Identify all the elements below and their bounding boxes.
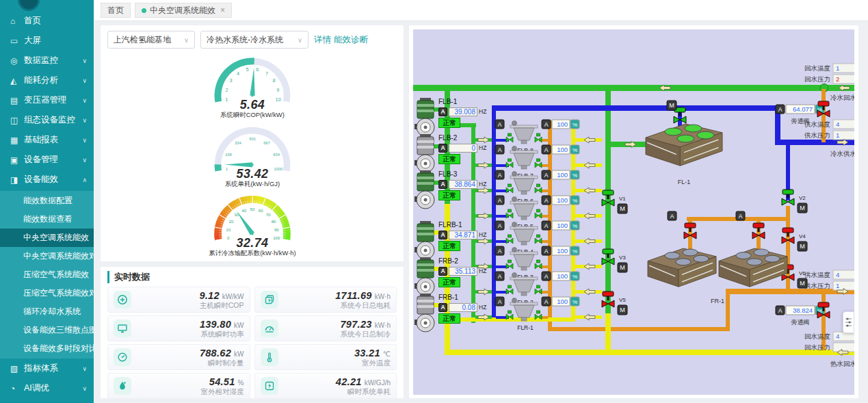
svg-text:64.077: 64.077 bbox=[793, 105, 813, 113]
svg-text:1: 1 bbox=[225, 167, 227, 171]
sidebar-item-device-efficiency[interactable]: ◨ 设备能效 ∧ bbox=[0, 170, 94, 190]
analog-badge: A bbox=[438, 144, 447, 153]
tab-central-ac-efficiency[interactable]: 中央空调系统能效 × bbox=[135, 3, 232, 18]
svg-text:%: % bbox=[573, 172, 577, 179]
sidebar-item-home[interactable]: ⌂ 首页 bbox=[0, 11, 94, 31]
svg-text:100: 100 bbox=[557, 120, 568, 128]
svg-text:A: A bbox=[498, 197, 502, 204]
metric-tile-cop: 9.12kW/kW主机瞬时COP bbox=[107, 287, 250, 313]
pump-icon bbox=[415, 257, 436, 297]
chevron-down-icon: ∨ bbox=[184, 36, 189, 44]
svg-text:冷水回水: 冷水回水 bbox=[830, 94, 854, 101]
svg-text:%: % bbox=[573, 122, 577, 128]
status-badge: 正常 bbox=[438, 313, 460, 324]
svg-text:V4: V4 bbox=[799, 233, 806, 239]
pump[interactable]: FRB-2 A35.113HZ 正常 bbox=[415, 257, 495, 297]
pump[interactable]: FLRB-1 A34.871HZ 正常 bbox=[415, 221, 495, 261]
chevron-down-icon: ∨ bbox=[82, 117, 87, 124]
svg-text:7: 7 bbox=[265, 70, 267, 77]
pump-icon bbox=[415, 294, 436, 333]
sidebar-item-eff-data-config[interactable]: 能效数据配置 bbox=[0, 192, 94, 210]
sidebar-item-central-ac-benchmark[interactable]: 中央空调系统能效对标 bbox=[0, 247, 94, 265]
svg-text:8: 8 bbox=[272, 77, 275, 83]
sidebar-item-air-compressor-benchmark[interactable]: 压缩空气系统能效对标 bbox=[0, 284, 94, 302]
sidebar-item-3d-scatter[interactable]: 设备能效三维散点图 bbox=[0, 321, 94, 339]
tab-home[interactable]: 首页 bbox=[101, 3, 131, 18]
sidebar-item-multi-period[interactable]: 设备能效多时段对比 bbox=[0, 339, 94, 358]
svg-text:供水压力: 供水压力 bbox=[804, 282, 830, 289]
metric-tile-cooling-capacity: 788.62kW瞬时制冷量 bbox=[107, 344, 250, 370]
svg-text:70: 70 bbox=[265, 212, 270, 217]
site-select[interactable]: 上汽检氢能基地 ∨ bbox=[107, 31, 195, 49]
svg-text:5: 5 bbox=[246, 66, 248, 73]
pump[interactable]: FLB-1 A39.008HZ 正常 bbox=[415, 98, 495, 138]
sidebar-item-energy-analysis[interactable]: ◭ 能耗分析 ∨ bbox=[0, 70, 94, 90]
sidebar-item-central-ac-efficiency[interactable]: 中央空调系统能效 bbox=[0, 229, 94, 247]
realtime-title: 实时数据 bbox=[107, 271, 397, 283]
sidebar-item-cooling-water[interactable]: 循环冷却水系统 bbox=[0, 302, 94, 321]
svg-text:334: 334 bbox=[235, 141, 242, 145]
metric-tile-humidity: 54.51%室外相对湿度 bbox=[107, 373, 250, 399]
svg-text:100: 100 bbox=[557, 298, 568, 305]
diagram-tools-button[interactable] bbox=[843, 311, 854, 333]
close-icon[interactable]: × bbox=[220, 5, 225, 15]
metric-tile-outdoor-temp: 33.21℃室外温度 bbox=[254, 344, 397, 370]
svg-text:供水温度: 供水温度 bbox=[804, 120, 830, 128]
svg-text:A: A bbox=[544, 172, 549, 179]
gauges-card: 上汽检氢能基地 ∨ 冷热水系统-冷水系统 ∨ 详情 能效诊断 123456789… bbox=[101, 25, 404, 261]
system-select[interactable]: 冷热水系统-冷水系统 ∨ bbox=[200, 31, 308, 49]
sidebar-item-ai-tuning[interactable]: ◔ AI调优 ∨ bbox=[0, 378, 94, 398]
svg-text:M: M bbox=[669, 102, 674, 109]
svg-text:%: % bbox=[573, 198, 577, 204]
svg-text:1: 1 bbox=[836, 64, 839, 72]
analysis-icon: ◭ bbox=[10, 76, 24, 86]
svg-text:%: % bbox=[573, 299, 577, 305]
svg-text:32.74: 32.74 bbox=[236, 236, 268, 250]
sidebar-item-indicator-system[interactable]: ▧ 指标体系 ∨ bbox=[0, 359, 94, 378]
svg-text:100: 100 bbox=[557, 146, 568, 153]
pump[interactable]: FLB-3 A38.864HZ 正常 bbox=[415, 170, 495, 210]
unit-consumption-gauge-chart: 1168334501667834100053.42系统单耗(kW·h/GJ) bbox=[185, 119, 319, 188]
svg-text:累计冷冻输配系数(kW·h/kW·h): 累计冷冻输配系数(kW·h/kW·h) bbox=[209, 250, 295, 257]
svg-text:%: % bbox=[573, 274, 577, 280]
svg-text:10: 10 bbox=[275, 96, 280, 103]
pump[interactable]: FRB-1 A0.08HZ 正常 bbox=[415, 294, 495, 333]
metric-tile-total-energy: 1711.69kW·h系统今日总电耗 bbox=[254, 287, 397, 313]
svg-text:%: % bbox=[573, 147, 577, 153]
diagnosis-link[interactable]: 能效诊断 bbox=[334, 34, 368, 46]
status-badge: 正常 bbox=[438, 241, 460, 251]
sidebar-item-device-mgmt[interactable]: ▣ 设备管理 ∨ bbox=[0, 150, 94, 170]
metric-tile-instant-consumption: 42.21kW/GJ/h瞬时系统单耗 bbox=[254, 373, 397, 399]
sidebar-item-basic-report[interactable]: ▦ 基础报表 ∨ bbox=[0, 130, 94, 150]
svg-text:供水温度: 供水温度 bbox=[804, 271, 830, 278]
svg-text:回水压力: 回水压力 bbox=[804, 343, 830, 351]
svg-text:100: 100 bbox=[557, 196, 568, 204]
svg-text:A: A bbox=[498, 298, 502, 305]
svg-text:回水温度: 回水温度 bbox=[804, 333, 830, 340]
svg-text:1: 1 bbox=[836, 282, 839, 289]
svg-text:A: A bbox=[498, 121, 502, 128]
sidebar-item-eff-data-view[interactable]: 能效数据查看 bbox=[0, 210, 94, 229]
hvac-diagram[interactable]: FLR-8AA100%FLR-7AA100%FLR-6AA100%FLR-5AA… bbox=[413, 29, 854, 395]
svg-text:4: 4 bbox=[836, 120, 839, 128]
svg-text:FLR-1: FLR-1 bbox=[517, 324, 534, 331]
sidebar: ⌂ 首页 ▭ 大屏 ◎ 数据监控 ∨ ◭ 能耗分析 ∨ ▤ 变压器管理 ∨ ◫ … bbox=[0, 0, 94, 403]
devices-icon: ◫ bbox=[10, 116, 24, 125]
svg-text:80: 80 bbox=[271, 219, 276, 224]
device-icon: ▣ bbox=[10, 155, 24, 165]
sidebar-item-scada-devices[interactable]: ◫ 组态设备监控 ∨ bbox=[0, 110, 94, 130]
svg-text:4: 4 bbox=[836, 333, 839, 340]
sidebar-item-air-compressor-eff[interactable]: 压缩空气系统能效 bbox=[0, 265, 94, 284]
pump[interactable]: FLB-2 A0HZ 正常 bbox=[415, 134, 495, 174]
svg-text:2: 2 bbox=[225, 87, 228, 93]
cop-icon bbox=[114, 291, 131, 309]
sidebar-item-bigscreen[interactable]: ▭ 大屏 bbox=[0, 31, 94, 51]
svg-text:A: A bbox=[739, 213, 743, 220]
svg-text:4: 4 bbox=[836, 271, 839, 278]
sidebar-item-data-monitor[interactable]: ◎ 数据监控 ∨ bbox=[0, 51, 94, 70]
svg-text:M: M bbox=[800, 243, 805, 250]
svg-text:50: 50 bbox=[250, 207, 254, 211]
sidebar-item-transformer[interactable]: ▤ 变压器管理 ∨ bbox=[0, 90, 94, 110]
svg-text:1: 1 bbox=[225, 96, 228, 103]
detail-link[interactable]: 详情 bbox=[314, 34, 331, 46]
